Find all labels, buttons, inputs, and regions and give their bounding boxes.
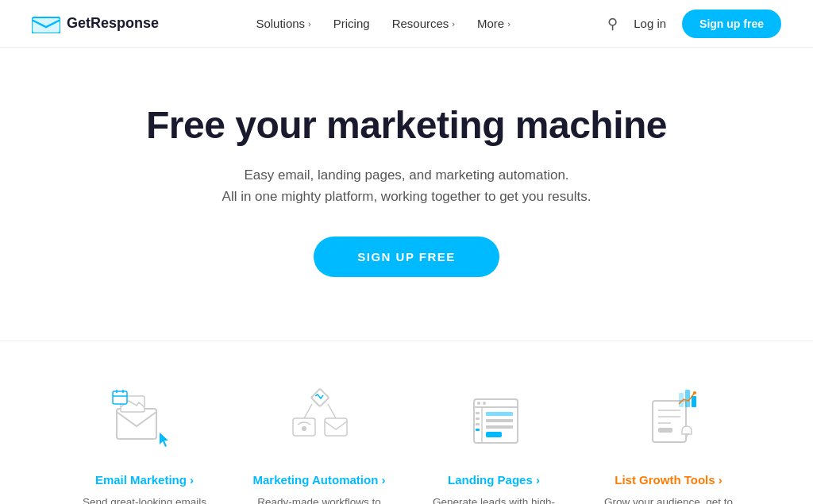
svg-point-37 xyxy=(686,434,688,437)
signup-button[interactable]: Sign up free xyxy=(682,10,781,38)
svg-line-9 xyxy=(304,404,312,418)
nav-pricing[interactable]: Pricing xyxy=(333,17,370,30)
svg-rect-24 xyxy=(476,417,480,420)
email-marketing-icon-area xyxy=(73,381,216,460)
landing-pages-desc: Generate leads with high-converting land… xyxy=(422,494,565,504)
hero-section: Free your marketing machine Easy email, … xyxy=(0,48,813,317)
svg-point-35 xyxy=(693,391,696,394)
marketing-automation-icon xyxy=(283,385,355,456)
svg-rect-33 xyxy=(685,390,690,407)
email-marketing-icon xyxy=(109,385,180,456)
list-growth-tools-link[interactable]: List Growth Tools › xyxy=(597,473,740,487)
nav-solutions[interactable]: Solutions › xyxy=(256,17,310,30)
logo-icon xyxy=(32,14,60,33)
chevron-icon: › xyxy=(507,19,511,29)
svg-rect-20 xyxy=(486,419,513,422)
marketing-automation-link[interactable]: Marketing Automation › xyxy=(248,473,391,487)
chevron-icon: › xyxy=(308,19,311,29)
login-link[interactable]: Log in xyxy=(634,17,666,30)
landing-pages-icon-area xyxy=(422,381,565,460)
chevron-icon: › xyxy=(452,19,455,29)
svg-rect-23 xyxy=(476,412,480,414)
svg-line-10 xyxy=(328,404,336,418)
search-icon[interactable]: ⚲ xyxy=(607,15,618,33)
nav-more[interactable]: More › xyxy=(477,17,511,30)
marketing-automation-desc: Ready-made workflows to welcome, win bac… xyxy=(248,494,391,504)
svg-rect-13 xyxy=(325,418,347,436)
svg-rect-19 xyxy=(486,412,513,416)
svg-point-12 xyxy=(302,426,306,431)
landing-pages-icon xyxy=(458,385,530,456)
hero-cta-button[interactable]: SIGN UP FREE xyxy=(314,237,499,277)
svg-point-16 xyxy=(477,402,480,405)
marketing-automation-icon-area xyxy=(248,381,391,460)
feature-landing-pages: Landing Pages › Generate leads with high… xyxy=(406,381,581,504)
svg-point-17 xyxy=(483,402,486,405)
svg-rect-22 xyxy=(486,432,502,437)
email-marketing-desc: Send great-looking emails that engage an… xyxy=(73,494,216,504)
navbar: GetResponse Solutions › Pricing Resource… xyxy=(0,0,813,48)
nav-resources[interactable]: Resources › xyxy=(392,17,455,30)
list-growth-tools-desc: Grow your audience, get to know them, an… xyxy=(597,494,740,504)
svg-rect-26 xyxy=(476,429,480,431)
nav-links: Solutions › Pricing Resources › More › xyxy=(256,17,510,30)
svg-rect-0 xyxy=(32,17,60,33)
logo[interactable]: GetResponse xyxy=(32,14,159,33)
svg-rect-2 xyxy=(117,409,156,439)
feature-marketing-automation: Marketing Automation › Ready-made workfl… xyxy=(232,381,406,504)
email-marketing-link[interactable]: Email Marketing › xyxy=(73,473,216,487)
nav-right: ⚲ Log in Sign up free xyxy=(607,10,781,38)
feature-list-growth-tools: List Growth Tools › Grow your audience, … xyxy=(581,381,756,504)
hero-heading: Free your marketing machine xyxy=(32,103,781,147)
svg-rect-21 xyxy=(486,425,513,429)
list-growth-tools-icon xyxy=(633,385,704,456)
svg-rect-31 xyxy=(658,428,672,433)
features-section: Email Marketing › Send great-looking ema… xyxy=(0,340,813,504)
svg-rect-4 xyxy=(113,391,127,404)
svg-rect-34 xyxy=(692,396,696,407)
feature-email-marketing: Email Marketing › Send great-looking ema… xyxy=(57,381,232,504)
list-growth-tools-icon-area xyxy=(597,381,740,460)
logo-text: GetResponse xyxy=(67,15,159,32)
landing-pages-link[interactable]: Landing Pages › xyxy=(422,473,565,487)
hero-subtext: Easy email, landing pages, and marketing… xyxy=(32,164,781,207)
svg-rect-25 xyxy=(476,423,480,425)
